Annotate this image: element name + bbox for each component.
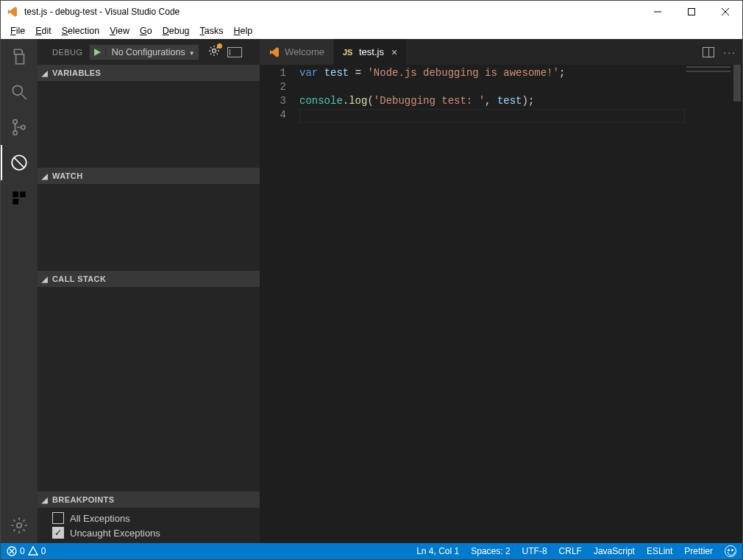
editor-area: WelcomeJStest.js× ··· 1234 var test = 'N… [260,39,742,543]
debug-console-button[interactable] [227,47,242,57]
activity-bar [1,39,38,543]
breakpoint-item[interactable]: Uncaught Exceptions [38,525,260,540]
svg-line-10 [15,158,24,168]
menu-go[interactable]: Go [135,24,157,38]
start-debug-button[interactable] [90,48,106,57]
activity-extensions[interactable] [1,180,38,216]
svg-rect-13 [13,199,18,205]
activity-search[interactable] [1,74,38,110]
code-line[interactable]: var test = 'Node.js debugging is awesome… [299,67,742,81]
svg-point-14 [17,523,22,528]
svg-point-15 [212,49,216,53]
section-breakpoints-body: All ExceptionsUncaught Exceptions [38,508,260,543]
activity-git[interactable] [1,110,38,145]
svg-point-8 [21,125,25,129]
feedback-icon[interactable] [725,545,736,557]
svg-point-7 [13,131,17,135]
split-editor-button[interactable] [703,47,714,57]
activity-settings[interactable] [1,508,38,543]
section-watch-header[interactable]: ◢WATCH [38,168,260,184]
breakpoint-label: Uncaught Exceptions [70,528,160,539]
section-breakpoints-label: BREAKPOINTS [52,495,114,504]
checkbox-icon[interactable] [52,512,64,524]
menu-view[interactable]: View [104,24,135,38]
active-line-highlight [299,109,685,123]
menu-selection[interactable]: Selection [57,24,104,38]
breakpoint-item[interactable]: All Exceptions [38,511,260,525]
tab-test-js[interactable]: JStest.js× [334,39,407,65]
debug-config-select[interactable]: No Configurations [106,47,199,57]
window-title: test.js - debug-test - Visual Studio Cod… [24,7,641,17]
breakpoint-label: All Exceptions [70,513,130,524]
status-bar: 0 0 Ln 4, Col 1 Spaces: 2 UTF-8 CRLF Jav… [1,543,742,559]
status-prettier[interactable]: Prettier [678,546,719,556]
code-line[interactable] [299,81,742,95]
editor-tabs: WelcomeJStest.js× ··· [260,39,742,65]
activity-debug[interactable] [1,145,38,180]
section-callstack-header[interactable]: ◢CALL STACK [38,271,260,287]
debug-label: DEBUG [52,48,83,57]
svg-line-5 [21,94,26,99]
minimap[interactable] [686,66,730,88]
debug-config[interactable]: No Configurations [89,44,199,60]
minimize-button[interactable] [641,1,675,23]
svg-rect-11 [13,191,18,197]
section-breakpoints-header[interactable]: ◢BREAKPOINTS [38,492,260,508]
code-content[interactable]: var test = 'Node.js debugging is awesome… [299,65,742,543]
menu-file[interactable]: File [5,24,30,38]
code-line[interactable]: console.log('Debugging test: ', test); [299,95,742,109]
svg-text:JS: JS [343,48,352,57]
tab-welcome[interactable]: Welcome [260,39,334,65]
debug-panel: DEBUG No Configurations ◢VARIABLES ◢WATC… [38,39,260,543]
tab-label: Welcome [285,46,324,57]
menubar: FileEditSelectionViewGoDebugTasksHelp [1,23,742,39]
status-cursor[interactable]: Ln 4, Col 1 [410,546,465,556]
debug-configure-button[interactable] [208,45,220,59]
menu-debug[interactable]: Debug [157,24,195,38]
status-eslint[interactable]: ESLint [641,546,678,556]
close-icon[interactable]: × [391,46,397,58]
menu-edit[interactable]: Edit [30,24,57,38]
editor-more-button[interactable]: ··· [723,46,736,58]
section-watch-label: WATCH [52,171,83,180]
section-variables-body [38,81,260,168]
js-file-icon: JS [343,46,355,58]
section-watch-body [38,184,260,271]
section-variables-header[interactable]: ◢VARIABLES [38,65,260,81]
status-encoding[interactable]: UTF-8 [516,546,553,556]
svg-point-6 [13,120,17,124]
checkbox-icon[interactable] [52,527,64,539]
section-callstack-label: CALL STACK [52,274,106,283]
code-editor[interactable]: 1234 var test = 'Node.js debugging is aw… [260,65,742,543]
status-errors[interactable]: 0 0 [1,546,51,556]
status-language[interactable]: JavaScript [588,546,641,556]
menu-help[interactable]: Help [229,24,258,38]
activity-explorer[interactable] [1,39,38,74]
titlebar: test.js - debug-test - Visual Studio Cod… [1,1,742,23]
section-variables-label: VARIABLES [52,68,101,77]
menu-tasks[interactable]: Tasks [195,24,229,38]
section-callstack-body [38,287,260,492]
config-warning-dot-icon [217,43,222,49]
svg-point-4 [13,85,22,95]
svg-rect-1 [689,9,695,15]
vscode-icon [7,6,18,18]
status-spaces[interactable]: Spaces: 2 [465,546,516,556]
svg-rect-12 [20,191,26,197]
line-gutter: 1234 [260,65,299,543]
vscode-icon [269,46,280,58]
tab-label: test.js [359,46,384,57]
maximize-button[interactable] [675,1,708,23]
status-eol[interactable]: CRLF [553,546,588,556]
close-button[interactable] [708,1,742,23]
vertical-scrollbar[interactable] [732,65,742,543]
